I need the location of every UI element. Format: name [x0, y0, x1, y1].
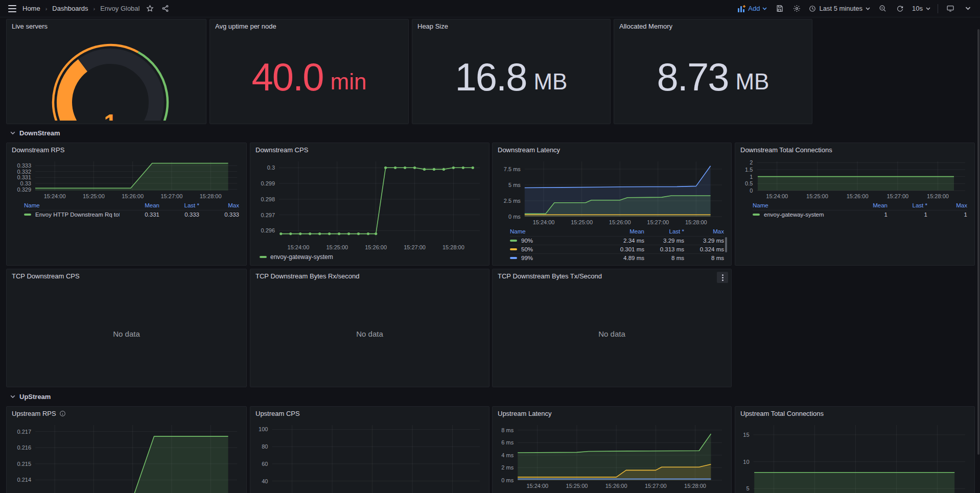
chart-legend: envoy-gateway-system — [254, 252, 485, 262]
panel-title[interactable]: Live servers — [12, 22, 191, 30]
toolbar-chevron-down-icon[interactable] — [963, 4, 973, 14]
breadcrumb-dashboards[interactable]: Dashboards — [52, 5, 88, 12]
legend-column-header[interactable]: Max — [684, 228, 724, 234]
panel-title[interactable]: TCP Downstream Bytes Tx/Second — [498, 272, 716, 280]
panel-downstream-rps: Downstream RPS 0.3330.3320.3310.330.3291… — [6, 143, 247, 266]
svg-text:0.297: 0.297 — [261, 212, 275, 218]
legend-column-header[interactable]: Last * — [159, 202, 199, 208]
svg-text:15:24:00: 15:24:00 — [44, 193, 66, 199]
panel-title[interactable]: TCP Downstream CPS — [12, 272, 231, 280]
legend-label: envoy-gateway-system — [764, 212, 824, 218]
svg-text:1.5: 1.5 — [745, 167, 753, 173]
svg-text:5: 5 — [746, 485, 749, 491]
breadcrumb-separator: › — [45, 6, 48, 12]
panel-tcp-downstream-bytes-tx: TCP Downstream Bytes Tx/Second No data — [492, 269, 732, 387]
legend-row[interactable]: 90%2.34 ms3.29 ms3.29 ms — [510, 236, 724, 245]
svg-text:15:24:00: 15:24:00 — [533, 219, 555, 225]
legend-scrollbar[interactable] — [725, 237, 727, 252]
stat-value-group: 16.8 MB — [416, 34, 606, 121]
panel-title[interactable]: Allocated Memory — [619, 22, 797, 30]
legend-column-header[interactable]: Name — [753, 202, 848, 208]
time-series-chart[interactable]: 0.2170.2160.2150.2140.21315:24:0015:25:0… — [11, 421, 242, 493]
legend-column-header[interactable]: Mean — [120, 202, 159, 208]
panel-title[interactable]: Upstream CPS — [255, 410, 474, 417]
svg-text:0.3: 0.3 — [267, 165, 275, 171]
legend-column-header[interactable]: Last * — [888, 202, 927, 208]
panel-menu-kebab-icon[interactable] — [717, 272, 728, 283]
stat-unit: MB — [735, 71, 769, 93]
panel-title[interactable]: Heap Size — [417, 22, 595, 30]
stat-unit: min — [331, 71, 367, 93]
legend-column-header[interactable]: Max — [199, 202, 239, 208]
time-series-chart[interactable]: 0.3330.3320.3310.330.32915:24:0015:25:00… — [11, 157, 242, 201]
time-series-chart[interactable]: 21.510.5015:24:0015:25:0015:26:0015:27:0… — [739, 157, 970, 201]
panel-title[interactable]: Upstream Latency — [498, 410, 716, 417]
panel-downstream-cps: Downstream CPS 0.30.2990.2980.2970.29615… — [250, 143, 489, 266]
panel-title[interactable]: Upstream RPS — [12, 410, 231, 417]
time-series-chart[interactable]: 15105015:24:0015:25:0015:26:0015:27:0015… — [739, 421, 970, 493]
panel-title[interactable]: Avg uptime per node — [215, 22, 393, 30]
svg-text:15:25:00: 15:25:00 — [806, 193, 828, 199]
svg-text:0.331: 0.331 — [17, 174, 31, 180]
legend-row[interactable]: 99%4.89 ms8 ms8 ms — [510, 253, 724, 262]
svg-text:15:28:00: 15:28:00 — [442, 244, 464, 250]
legend-value: 0.301 ms — [604, 246, 644, 252]
panel-tcp-downstream-bytes-rx: TCP Downstream Bytes Rx/second No data — [250, 269, 489, 387]
svg-text:0.332: 0.332 — [17, 169, 31, 175]
section-downstream[interactable]: DownStream — [10, 129, 60, 137]
add-button[interactable]: Add — [738, 5, 767, 12]
time-series-chart[interactable]: 0.30.2990.2980.2970.29615:24:0015:25:001… — [254, 157, 485, 252]
legend-column-header[interactable]: Mean — [848, 202, 888, 208]
svg-text:0.299: 0.299 — [261, 180, 275, 186]
no-data-text: No data — [11, 284, 242, 384]
svg-text:5 ms: 5 ms — [508, 182, 521, 188]
settings-gear-icon[interactable] — [791, 4, 802, 14]
panel-title[interactable]: Downstream Total Connections — [740, 146, 959, 154]
refresh-interval-picker[interactable]: 10s — [912, 5, 930, 12]
add-label: Add — [748, 5, 760, 12]
menu-icon[interactable] — [7, 4, 17, 14]
svg-text:1: 1 — [750, 174, 753, 180]
legend-header-row: NameMeanLast *Max — [753, 201, 967, 210]
time-series-chart[interactable]: 10080604020015:24:0015:25:0015:26:0015:2… — [254, 421, 485, 493]
zoom-out-icon[interactable] — [877, 4, 888, 14]
time-series-chart[interactable]: 8 ms6 ms4 ms2 ms0 ms15:24:0015:25:0015:2… — [497, 421, 727, 490]
svg-text:15:26:00: 15:26:00 — [122, 193, 144, 199]
breadcrumb-home[interactable]: Home — [22, 5, 40, 12]
tv-mode-icon[interactable] — [945, 4, 955, 14]
legend-column-header[interactable]: Last * — [644, 228, 684, 234]
legend-label: Envoy HTTP Downstream Rq total — [35, 212, 120, 218]
panel-title[interactable]: TCP Downstream Bytes Rx/second — [255, 272, 474, 280]
legend-item[interactable]: envoy-gateway-system — [260, 252, 482, 262]
page-scrollbar[interactable] — [977, 29, 979, 455]
legend-value: 1 — [888, 212, 927, 218]
legend-row[interactable]: Envoy HTTP Downstream Rq total0.3310.333… — [24, 210, 239, 219]
legend-row[interactable]: envoy-gateway-system111 — [753, 210, 967, 219]
legend-header-row: NameMeanLast *Max — [510, 227, 724, 236]
time-range-picker[interactable]: Last 5 minutes — [809, 5, 870, 12]
legend-column-header[interactable]: Name — [510, 228, 604, 234]
gauge-chart[interactable]: 1 — [11, 34, 202, 121]
panel-allocated-memory: Allocated Memory 8.73 MB — [614, 19, 812, 124]
refresh-icon[interactable] — [895, 4, 905, 14]
legend-row[interactable]: 50%0.301 ms0.313 ms0.324 ms — [510, 245, 724, 253]
share-icon[interactable] — [160, 4, 170, 14]
panel-title[interactable]: Upstream Total Connections — [740, 410, 959, 417]
svg-text:15:27:00: 15:27:00 — [160, 193, 182, 199]
legend-value: 8 ms — [644, 255, 684, 261]
star-icon[interactable] — [145, 4, 155, 14]
svg-text:15:27:00: 15:27:00 — [404, 244, 426, 250]
save-icon[interactable] — [774, 4, 784, 14]
legend-value: 0.331 — [120, 212, 159, 218]
panel-title[interactable]: Downstream RPS — [12, 146, 231, 154]
legend-value: 2.34 ms — [604, 238, 644, 244]
svg-text:1: 1 — [104, 109, 117, 121]
legend-column-header[interactable]: Max — [927, 202, 967, 208]
panel-title[interactable]: Downstream CPS — [255, 146, 474, 154]
legend-column-header[interactable]: Name — [24, 202, 120, 208]
legend-column-header[interactable]: Mean — [604, 228, 644, 234]
section-upstream[interactable]: UpStream — [10, 393, 51, 401]
time-series-chart[interactable]: 7.5 ms5 ms2.5 ms0 ms15:24:0015:25:0015:2… — [497, 157, 727, 227]
panel-title[interactable]: Downstream Latency — [498, 146, 716, 154]
legend-value: 1 — [927, 212, 967, 218]
